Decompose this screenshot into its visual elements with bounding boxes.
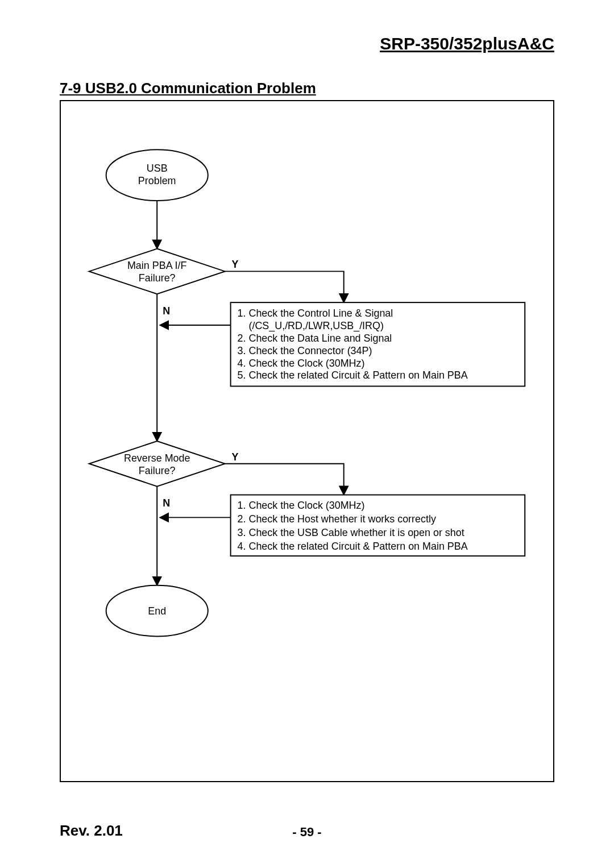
p1-l4: 4. Check the Clock (30MHz)	[238, 358, 365, 369]
d1-line2: Failure?	[139, 272, 176, 284]
start-line1: USB	[147, 163, 168, 174]
document-title: SRP-350/352plusA&C	[380, 34, 554, 53]
flow-decision-2: Reverse Mode Failure?	[89, 441, 225, 487]
p2-l2: 2. Check the Host whether it works corre…	[238, 513, 436, 525]
start-line2: Problem	[138, 175, 176, 186]
d2-yes-label: Y	[232, 451, 239, 463]
d2-line2: Failure?	[139, 465, 176, 476]
p2-l3: 3. Check the USB Cable whether it is ope…	[238, 527, 464, 538]
d2-no-label: N	[163, 497, 170, 509]
flow-end: End	[106, 585, 208, 637]
p1-l1b: (/CS_U,/RD,/LWR,USB_/IRQ)	[238, 320, 384, 332]
d1-no-label: N	[163, 305, 170, 317]
p1-l2: 2. Check the Data Line and Signal	[238, 333, 392, 344]
d2-line1: Reverse Mode	[124, 452, 190, 464]
edge-d2-p2	[225, 464, 344, 495]
d1-line1: Main PBA I/F	[127, 260, 187, 271]
p2-l1: 1. Check the Clock (30MHz)	[238, 500, 365, 511]
p1-l3: 3. Check the Connector (34P)	[238, 345, 372, 356]
d1-yes-label: Y	[232, 259, 239, 270]
flow-process-1: 1. Check the Control Line & Signal (/CS_…	[231, 302, 525, 386]
p1-l1: 1. Check the Control Line & Signal	[238, 308, 393, 319]
flowchart: USB Problem Main PBA I/F Failure? Y N	[61, 101, 553, 781]
flow-decision-1: Main PBA I/F Failure?	[89, 249, 225, 294]
diagram-frame: USB Problem Main PBA I/F Failure? Y N	[60, 100, 554, 782]
flow-start: USB Problem	[106, 149, 208, 201]
p2-l4: 4. Check the related Circuit & Pattern o…	[238, 541, 468, 552]
edge-d1-p1	[225, 271, 344, 302]
section-title: 7-9 USB2.0 Communication Problem	[60, 80, 316, 97]
revision: Rev. 2.01	[60, 822, 123, 840]
flow-process-2: 1. Check the Clock (30MHz) 2. Check the …	[231, 495, 525, 556]
p1-l5: 5. Check the related Circuit & Pattern o…	[238, 370, 468, 381]
end-label: End	[148, 605, 166, 617]
